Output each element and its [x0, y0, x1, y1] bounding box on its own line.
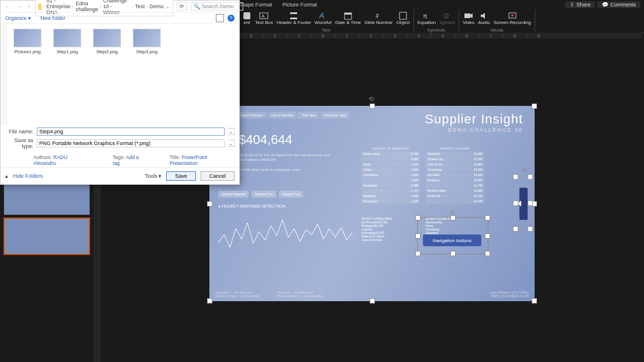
svg-rect-3	[290, 12, 297, 14]
table-row: Rentocoding2,748	[361, 151, 420, 156]
filter-tab[interactable]: Previous Year	[321, 112, 349, 119]
text-box-button[interactable]: AText Box	[255, 11, 273, 26]
breadcrumb-item[interactable]: Edna challenge	[75, 1, 98, 12]
screen-recording-button[interactable]: Screen Recording	[494, 11, 531, 26]
nav-slider[interactable]	[519, 188, 528, 220]
resize-handle[interactable]	[485, 215, 490, 220]
callout-label[interactable]: Navigation buttons	[423, 235, 481, 246]
breadcrumb-item[interactable]: Demo	[150, 4, 164, 9]
table-row: Charles City15,647	[426, 157, 484, 161]
resize-handle[interactable]	[528, 174, 533, 180]
file-list[interactable]: Picture1.pngStep1.pngStep2.pngStep3.png	[7, 24, 239, 125]
resize-handle[interactable]	[450, 251, 456, 256]
svg-text:A: A	[261, 13, 265, 19]
help-icon[interactable]: ?	[228, 15, 235, 22]
filter-tab[interactable]: This Year	[298, 112, 319, 119]
filename-input[interactable]	[37, 127, 225, 136]
chevron-down-icon[interactable]: ⌄	[166, 4, 170, 9]
action-button[interactable]: Market Out	[252, 191, 276, 198]
object-button[interactable]: Object	[397, 11, 410, 26]
resize-handle[interactable]	[513, 201, 518, 206]
file-item[interactable]: Step1.png	[53, 29, 82, 54]
tools-menu[interactable]: Tools ▾	[145, 173, 162, 179]
resize-handle[interactable]	[485, 233, 490, 239]
resize-handle[interactable]	[370, 298, 375, 304]
tab-shape-format[interactable]: Shape Format	[239, 2, 272, 8]
slide-number-button[interactable]: #Slide Number	[364, 11, 392, 26]
file-item[interactable]: Step2.png	[92, 29, 122, 54]
toggle-folders-icon[interactable]: ▴	[5, 173, 8, 179]
table-row: Dentafung1,298	[361, 183, 420, 188]
ribbon-group-symbols: Symbols	[427, 27, 445, 33]
organize-menu[interactable]: Organize ▾	[5, 15, 31, 21]
dialog-nav: ← → ↑ › 01 - Entreprise DNA› Edna challe…	[1, 1, 239, 12]
file-item[interactable]: Step3.png	[132, 29, 161, 54]
svg-rect-9	[400, 12, 407, 19]
search-input[interactable]: 🔍 Search Demo	[191, 2, 243, 11]
resize-handle[interactable]	[532, 298, 537, 304]
svg-text:#: #	[376, 13, 379, 19]
view-options-button[interactable]	[216, 14, 224, 22]
comments-button[interactable]: 💬 Comments	[597, 1, 640, 8]
resize-handle[interactable]	[415, 215, 421, 220]
resize-handle[interactable]	[415, 251, 421, 256]
slide-thumbnail-selected[interactable]	[4, 218, 90, 255]
resize-handle[interactable]	[528, 201, 533, 206]
back-button[interactable]: ←	[4, 4, 12, 9]
resize-handle[interactable]	[415, 233, 421, 239]
filter-tab[interactable]: Last 6 Months	[268, 112, 297, 119]
file-item[interactable]: Picture1.png	[13, 29, 42, 54]
resize-handle[interactable]	[370, 104, 375, 109]
header-footer-button[interactable]: Header & Footer	[277, 11, 311, 26]
forward-button[interactable]: →	[15, 4, 23, 9]
audio-button[interactable]: Audio	[478, 11, 490, 26]
tab-picture-format[interactable]: Picture Format	[283, 2, 317, 8]
hide-folders-link[interactable]: Hide Folders	[13, 173, 43, 179]
table-row: Riverside18,987	[426, 151, 484, 156]
slide-footer: Category | All SelectedMaterial Type | A…	[215, 291, 529, 298]
resize-handle[interactable]	[207, 201, 212, 206]
svg-rect-7	[345, 13, 352, 15]
rotate-handle-icon[interactable]: ⟲	[369, 95, 374, 103]
dialog-toolbar: Organize ▾ New folder ?	[1, 12, 239, 24]
save-as-dialog: ← → ↑ › 01 - Entreprise DNA› Edna challe…	[0, 0, 240, 185]
share-button[interactable]: ⇪ Share	[565, 1, 595, 8]
file-metadata: Authors: RADU Alexandru Tags: Add a tag …	[1, 153, 239, 167]
savetype-dropdown[interactable]: ⌄	[228, 140, 235, 147]
action-button[interactable]: Defect Material	[218, 191, 249, 198]
refresh-button[interactable]: ⟳	[177, 2, 187, 11]
table-row: Prattsville10,532	[426, 194, 484, 198]
dialog-sidebar[interactable]	[1, 24, 7, 125]
wordart-button[interactable]: AWordArt	[315, 11, 332, 26]
video-button[interactable]: Video	[463, 11, 474, 26]
resize-handle[interactable]	[528, 226, 533, 232]
action-button[interactable]: Impact Out	[279, 191, 303, 198]
equation-button[interactable]: πEquation	[418, 11, 436, 26]
table-row: Montfield14,360	[426, 173, 484, 177]
categories-table: WORST CATEGORIES No Provider315,781Strat…	[361, 217, 420, 242]
action-buttons: Defect MaterialMarket OutImpact Out	[218, 191, 303, 198]
up-button[interactable]: ↑	[26, 4, 32, 9]
new-folder-button[interactable]: New folder	[40, 15, 66, 21]
resize-handle[interactable]	[485, 251, 490, 256]
table-row: 11,749	[426, 183, 484, 188]
savetype-select[interactable]	[37, 139, 225, 147]
svg-text:π: π	[423, 12, 428, 19]
cancel-button[interactable]: Cancel	[201, 171, 235, 181]
slide[interactable]: ⟲ Supplier Insight EDNA CHALLENGE 10 All…	[209, 106, 535, 301]
resize-handle[interactable]	[450, 215, 456, 220]
resize-handle[interactable]	[532, 104, 537, 109]
save-button[interactable]: Save	[166, 171, 196, 181]
resize-handle[interactable]	[207, 298, 212, 304]
filename-dropdown[interactable]: ⌄	[228, 128, 235, 135]
insert-ent[interactable]: ent	[242, 11, 252, 26]
symbol-button[interactable]: ΩSymbol	[439, 11, 455, 26]
date-time-button[interactable]: Date & Time	[335, 11, 361, 26]
resize-handle[interactable]	[513, 226, 518, 232]
filter-tab[interactable]: Last 3 Months	[237, 112, 267, 119]
resize-handle[interactable]	[513, 174, 518, 180]
slide-title: Supplier Insight	[425, 112, 523, 127]
folder-icon	[38, 4, 42, 10]
breadcrumb-item[interactable]: Test	[135, 4, 145, 9]
rotate-handle-icon[interactable]: ⟲	[521, 167, 526, 174]
